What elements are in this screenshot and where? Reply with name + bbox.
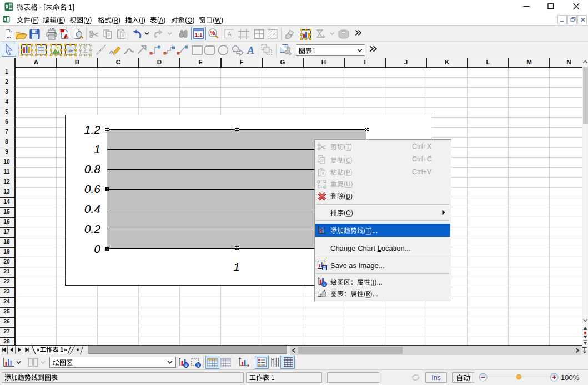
svg-text:i: i xyxy=(185,363,187,368)
svg-text:A: A xyxy=(228,31,232,37)
svg-text:1:1: 1:1 xyxy=(195,32,203,38)
svg-text:ole: ole xyxy=(68,48,73,53)
svg-text:i: i xyxy=(198,363,199,368)
svg-text:i: i xyxy=(324,283,325,287)
svg-text:A: A xyxy=(247,44,254,55)
svg-text:%: % xyxy=(210,29,215,36)
